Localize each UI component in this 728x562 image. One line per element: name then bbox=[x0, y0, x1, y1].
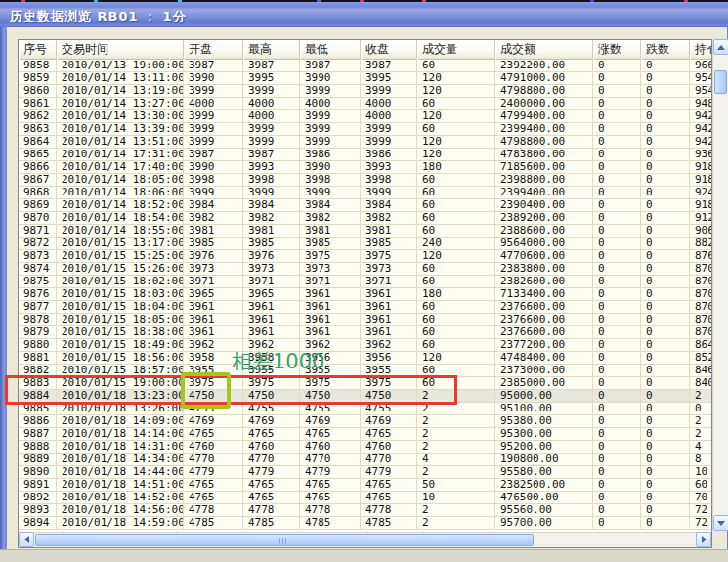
table-row[interactable]: 98632010/01/14 13:39:0039993999399939996… bbox=[19, 123, 711, 136]
horizontal-scrollbar[interactable] bbox=[19, 532, 711, 547]
cell: 0 bbox=[593, 110, 641, 123]
table-row[interactable]: 98642010/01/14 13:51:0039993999399939991… bbox=[19, 136, 711, 149]
cell: 2010/01/14 18:54:00 bbox=[57, 212, 184, 225]
table-row[interactable]: 98652010/01/14 17:31:0039873987398639861… bbox=[19, 149, 711, 161]
scroll-up-button[interactable] bbox=[713, 39, 728, 55]
cell: 3961 bbox=[243, 326, 300, 339]
cell: 2398800.00 bbox=[495, 174, 593, 187]
cell: 870 bbox=[690, 326, 711, 339]
table-row[interactable]: 98762010/01/15 18:03:0039653965396139611… bbox=[19, 288, 711, 301]
cell: 9866 bbox=[19, 161, 57, 174]
column-header-2[interactable]: 交易时间 bbox=[57, 40, 184, 60]
cell: 3981 bbox=[184, 225, 243, 238]
cell: 0 bbox=[641, 301, 690, 314]
column-header-9[interactable]: 涨数 bbox=[593, 40, 641, 60]
table-row[interactable]: 98602010/01/14 13:19:0039993999399939991… bbox=[19, 85, 711, 98]
cell: 0 bbox=[690, 403, 711, 415]
cell: 3999 bbox=[243, 123, 300, 136]
column-header-7[interactable]: 成交量 bbox=[417, 40, 495, 60]
cell: 120 bbox=[417, 136, 495, 149]
title-bar[interactable]: 历史数据浏览 RB01 ： 1分 bbox=[0, 2, 728, 27]
table-row[interactable]: 98922010/01/18 14:52:0047654765476547651… bbox=[19, 492, 711, 504]
column-header-5[interactable]: 最低 bbox=[300, 40, 361, 60]
table-row[interactable]: 98612010/01/14 13:27:0040004000400040006… bbox=[19, 98, 711, 110]
table-row[interactable]: 98702010/01/14 18:54:0039823982398239826… bbox=[19, 212, 711, 225]
cell: 9876 bbox=[19, 288, 57, 301]
table-row[interactable]: 98692010/01/14 18:52:0039843984398439846… bbox=[19, 199, 711, 212]
cell: 72 bbox=[690, 504, 711, 517]
cell: 2400000.00 bbox=[495, 98, 593, 110]
table-row[interactable]: 98682010/01/14 18:06:0039993999399939996… bbox=[19, 187, 711, 199]
cell: 0 bbox=[593, 123, 641, 136]
table-row[interactable]: 98722010/01/15 13:17:0039853985398539852… bbox=[19, 238, 711, 250]
cell: 3985 bbox=[243, 238, 300, 250]
table-row[interactable]: 98622010/01/14 13:30:0039994000399940001… bbox=[19, 110, 711, 123]
table-row[interactable]: 98862010/01/18 14:09:0047694769476947692… bbox=[19, 415, 711, 428]
table-row[interactable]: 98752010/01/15 18:02:0039713971397139716… bbox=[19, 276, 711, 288]
table-row[interactable]: 98712010/01/14 18:55:0039813981398139816… bbox=[19, 225, 711, 238]
cell: 0 bbox=[641, 479, 690, 492]
table-row[interactable]: 98792010/01/15 18:38:0039613961396139616… bbox=[19, 326, 711, 339]
table-row[interactable]: 98942010/01/18 14:59:0047854785478547852… bbox=[19, 517, 711, 530]
cell: 0 bbox=[593, 479, 641, 492]
cell: 4769 bbox=[361, 415, 417, 428]
column-header-1[interactable]: 序号 bbox=[19, 40, 57, 60]
scroll-down-button[interactable] bbox=[713, 515, 728, 531]
cell: 2 bbox=[417, 466, 495, 479]
table-row[interactable]: 98802010/01/15 18:49:0039623962396239626… bbox=[19, 339, 711, 352]
vertical-scrollbar-thumb[interactable] bbox=[714, 70, 727, 94]
cell: 2010/01/14 17:40:00 bbox=[57, 161, 184, 174]
cell: 9858 bbox=[19, 60, 57, 72]
cell: 2010/01/15 18:56:00 bbox=[57, 352, 184, 365]
table-row[interactable]: 98582010/01/13 19:00:0039873987398739876… bbox=[19, 60, 711, 72]
cell: 4765 bbox=[361, 479, 417, 492]
cell: 4785 bbox=[361, 517, 417, 530]
table-row[interactable]: 98592010/01/14 13:11:0039903995399039951… bbox=[19, 72, 711, 85]
cell: 2 bbox=[690, 415, 711, 428]
cell: 95000.00 bbox=[495, 390, 593, 403]
cell: 0 bbox=[593, 428, 641, 441]
cell: 0 bbox=[641, 415, 690, 428]
cell: 120 bbox=[417, 250, 495, 263]
cell: 3990 bbox=[300, 72, 361, 85]
cell: 3961 bbox=[184, 326, 243, 339]
vertical-scrollbar[interactable] bbox=[712, 39, 728, 531]
cell: 60 bbox=[417, 314, 495, 326]
cell: 10 bbox=[417, 492, 495, 504]
cell: 180 bbox=[417, 161, 495, 174]
scroll-right-button[interactable] bbox=[696, 532, 711, 547]
cell: 0 bbox=[641, 98, 690, 110]
scroll-left-button[interactable] bbox=[19, 532, 34, 547]
table-row[interactable]: 98732010/01/15 15:25:0039763976397539751… bbox=[19, 250, 711, 263]
column-header-10[interactable]: 跌数 bbox=[641, 40, 690, 60]
table-row[interactable]: 98772010/01/15 18:04:0039613961396139616… bbox=[19, 301, 711, 314]
cell: 0 bbox=[593, 504, 641, 517]
cell: 0 bbox=[593, 326, 641, 339]
table-row[interactable]: 98912010/01/18 14:51:0047654765476547655… bbox=[19, 479, 711, 492]
cell: 2010/01/15 18:38:00 bbox=[57, 326, 184, 339]
horizontal-scrollbar-thumb[interactable] bbox=[35, 534, 534, 546]
cell: 3961 bbox=[300, 288, 361, 301]
cell: 2010/01/14 13:39:00 bbox=[57, 123, 184, 136]
cell: 4765 bbox=[243, 479, 300, 492]
table-row[interactable]: 98902010/01/18 14:44:0047794779477947792… bbox=[19, 466, 711, 479]
table-row[interactable]: 98872010/01/18 14:14:0047654765476547652… bbox=[19, 428, 711, 441]
table-row[interactable]: 98672010/01/14 18:05:0039983998399839986… bbox=[19, 174, 711, 187]
cell: 3999 bbox=[300, 85, 361, 98]
column-header-3[interactable]: 开盘 bbox=[184, 40, 243, 60]
cell: 852 bbox=[690, 352, 711, 365]
table-row[interactable]: 98782010/01/15 18:05:0039613961396139616… bbox=[19, 314, 711, 326]
table-row[interactable]: 98892010/01/18 14:34:0047704770477047704… bbox=[19, 454, 711, 466]
column-header-11[interactable]: 持仓 bbox=[690, 40, 712, 60]
cell: 0 bbox=[593, 390, 641, 403]
cell: 9865 bbox=[19, 149, 57, 161]
table-row[interactable]: 98812010/01/15 18:56:0039583958395639561… bbox=[19, 352, 711, 365]
table-row[interactable]: 98662010/01/14 17:40:0039903993399039931… bbox=[19, 161, 711, 174]
column-header-4[interactable]: 最高 bbox=[243, 40, 300, 60]
column-header-8[interactable]: 成交额 bbox=[495, 40, 593, 60]
table-row[interactable]: 98932010/01/18 14:56:0047784778477847782… bbox=[19, 504, 711, 517]
table-row[interactable]: 98882010/01/18 14:31:0047604760476047602… bbox=[19, 441, 711, 454]
table-row[interactable]: 98742010/01/15 15:26:0039733973397339736… bbox=[19, 263, 711, 276]
column-header-6[interactable]: 收盘 bbox=[361, 40, 417, 60]
cell: 2 bbox=[417, 517, 495, 530]
